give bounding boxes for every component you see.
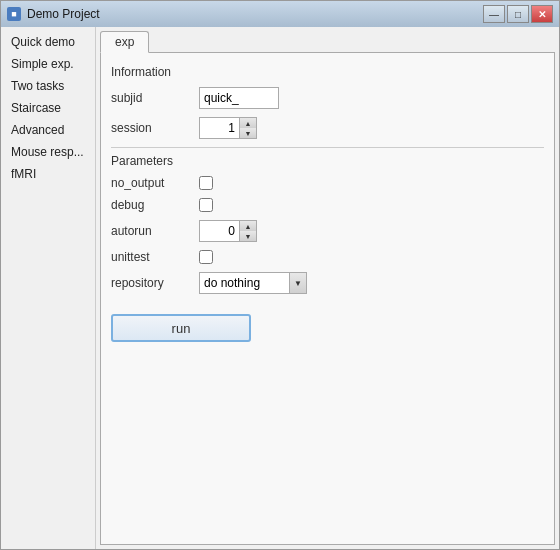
no-output-row: no_output [111, 176, 544, 190]
sidebar-item-mouse-resp[interactable]: Mouse resp... [1, 141, 95, 163]
sidebar-item-fmri[interactable]: fMRI [1, 163, 95, 185]
debug-checkbox[interactable] [199, 198, 213, 212]
subjid-input[interactable] [199, 87, 279, 109]
autorun-row: autorun ▲ ▼ [111, 220, 544, 242]
repository-dropdown: ▼ [199, 272, 307, 294]
maximize-button[interactable]: □ [507, 5, 529, 23]
window-body: Quick demo Simple exp. Two tasks Stairca… [1, 27, 559, 549]
tab-bar: exp [100, 31, 555, 53]
debug-label: debug [111, 198, 191, 212]
title-bar: ■ Demo Project — □ ✕ [1, 1, 559, 27]
session-spinner: ▲ ▼ [199, 117, 257, 139]
run-button[interactable]: run [111, 314, 251, 342]
session-spinner-buttons: ▲ ▼ [239, 117, 257, 139]
autorun-spinner-down[interactable]: ▼ [240, 231, 256, 241]
sidebar-item-advanced[interactable]: Advanced [1, 119, 95, 141]
no-output-label: no_output [111, 176, 191, 190]
autorun-label: autorun [111, 224, 191, 238]
close-button[interactable]: ✕ [531, 5, 553, 23]
sidebar-item-staircase[interactable]: Staircase [1, 97, 95, 119]
tab-exp[interactable]: exp [100, 31, 149, 53]
unittest-checkbox[interactable] [199, 250, 213, 264]
sidebar-item-quick-demo[interactable]: Quick demo [1, 31, 95, 53]
repository-row: repository ▼ [111, 272, 544, 294]
subjid-label: subjid [111, 91, 191, 105]
minimize-button[interactable]: — [483, 5, 505, 23]
session-spinner-down[interactable]: ▼ [240, 128, 256, 138]
content-panel: Information subjid session ▲ ▼ [100, 53, 555, 545]
repository-input[interactable] [199, 272, 289, 294]
sidebar-item-simple-exp[interactable]: Simple exp. [1, 53, 95, 75]
autorun-spinner-buttons: ▲ ▼ [239, 220, 257, 242]
session-label: session [111, 121, 191, 135]
unittest-row: unittest [111, 250, 544, 264]
title-bar-left: ■ Demo Project [7, 7, 100, 21]
repository-dropdown-arrow[interactable]: ▼ [289, 272, 307, 294]
title-buttons: — □ ✕ [483, 5, 553, 23]
no-output-checkbox[interactable] [199, 176, 213, 190]
sidebar: Quick demo Simple exp. Two tasks Stairca… [1, 27, 96, 549]
repository-label: repository [111, 276, 191, 290]
debug-row: debug [111, 198, 544, 212]
autorun-input[interactable] [199, 220, 239, 242]
session-row: session ▲ ▼ [111, 117, 544, 139]
main-area: exp Information subjid session ▲ [96, 27, 559, 549]
unittest-label: unittest [111, 250, 191, 264]
sidebar-item-two-tasks[interactable]: Two tasks [1, 75, 95, 97]
parameters-section-header: Parameters [111, 154, 544, 168]
session-spinner-up[interactable]: ▲ [240, 118, 256, 128]
information-section-header: Information [111, 65, 544, 79]
autorun-spinner-up[interactable]: ▲ [240, 221, 256, 231]
main-window: ■ Demo Project — □ ✕ Quick demo Simple e… [0, 0, 560, 550]
subjid-row: subjid [111, 87, 544, 109]
window-title: Demo Project [27, 7, 100, 21]
autorun-spinner: ▲ ▼ [199, 220, 257, 242]
section-divider [111, 147, 544, 148]
session-input[interactable] [199, 117, 239, 139]
app-icon: ■ [7, 7, 21, 21]
